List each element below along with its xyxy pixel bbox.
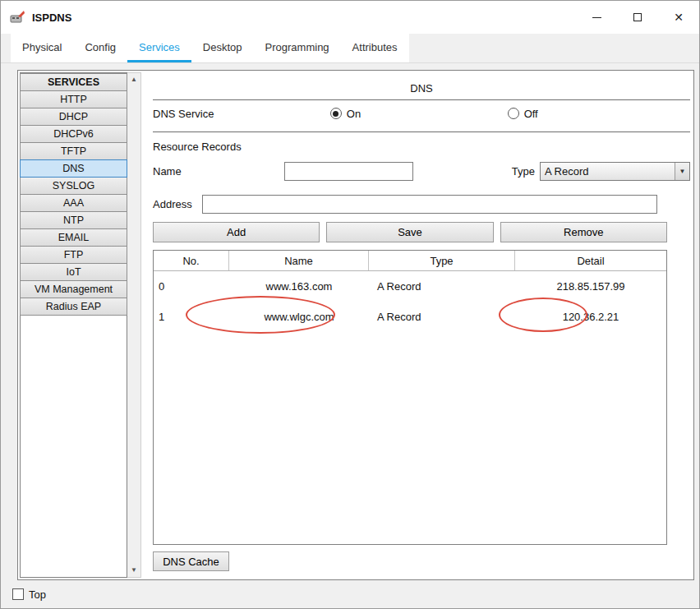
dns-service-off-radio[interactable] [508, 108, 519, 119]
record-actions: Add Save Remove [153, 222, 667, 242]
table-row[interactable]: 1 www.wlgc.com A Record 120.36.2.21 [154, 302, 666, 332]
scroll-up-icon[interactable]: ▲ [127, 74, 140, 85]
record-type: A Record [369, 311, 515, 323]
dns-service-off-label: Off [524, 108, 538, 120]
sidebar-item-aaa[interactable]: AAA [20, 194, 127, 212]
record-detail: 218.85.157.99 [515, 280, 666, 293]
chevron-down-icon[interactable]: ▼ [675, 163, 689, 180]
sidebar-item-email[interactable]: EMAIL [20, 228, 127, 247]
record-type-value: A Record [545, 165, 588, 178]
sidebar-item-radius-eap[interactable]: Radius EAP [20, 298, 127, 316]
tab-bar: Physical Config Services Desktop Program… [1, 34, 699, 63]
column-header-name[interactable]: Name [229, 251, 369, 270]
content-panel: SERVICES HTTP DHCP DHCPv6 TFTP DNS SYSLO… [17, 70, 694, 580]
sidebar-item-iot[interactable]: IoT [20, 263, 127, 281]
dns-service-row: DNS Service On Off [153, 100, 690, 127]
type-label: Type [512, 165, 535, 178]
address-input[interactable] [202, 195, 657, 214]
tab-services[interactable]: Services [127, 34, 191, 62]
minimize-button[interactable] [576, 1, 617, 34]
footer: Top [1, 580, 699, 608]
sidebar-item-dns[interactable]: DNS [20, 159, 127, 178]
column-header-type[interactable]: Type [369, 251, 515, 270]
packet-tracer-window: ISPDNS ✕ Physical Config Services Deskto… [0, 0, 700, 609]
name-input[interactable] [284, 162, 413, 181]
record-name: www.163.com [229, 280, 369, 293]
top-checkbox-label: Top [29, 588, 46, 601]
scroll-down-icon[interactable]: ▼ [127, 565, 140, 576]
dns-records-table[interactable]: No. Name Type Detail 0 www.163.com A Rec… [153, 250, 667, 545]
record-no: 1 [154, 311, 229, 323]
sidebar-item-http[interactable]: HTTP [20, 90, 127, 108]
tab-desktop[interactable]: Desktop [191, 34, 254, 62]
close-button[interactable]: ✕ [658, 1, 699, 34]
sidebar-item-syslog[interactable]: SYSLOG [20, 177, 127, 195]
window-title: ISPDNS [32, 12, 71, 24]
record-detail: 120.36.2.21 [515, 311, 666, 323]
tab-config[interactable]: Config [73, 34, 127, 62]
tab-programming[interactable]: Programming [254, 34, 341, 62]
record-name: www.wlgc.com [229, 311, 369, 323]
dns-service-on-label: On [347, 108, 361, 120]
app-icon [9, 9, 25, 25]
tab-attributes[interactable]: Attributes [341, 34, 409, 62]
sidebar-item-vm-management[interactable]: VM Management [20, 280, 127, 298]
sidebar-item-tftp[interactable]: TFTP [20, 142, 127, 160]
resource-records-label: Resource Records [153, 141, 690, 153]
dns-cache-button[interactable]: DNS Cache [153, 551, 229, 571]
add-button[interactable]: Add [153, 222, 320, 242]
record-type: A Record [369, 280, 515, 293]
remove-button[interactable]: Remove [500, 222, 667, 242]
sidebar-item-dhcp[interactable]: DHCP [20, 108, 127, 126]
sidebar-scrollbar[interactable]: ▲ ▼ [127, 72, 141, 578]
name-label: Name [153, 165, 284, 178]
address-label: Address [153, 198, 202, 210]
sidebar-item-ntp[interactable]: NTP [20, 211, 127, 229]
tab-physical[interactable]: Physical [11, 34, 73, 62]
dns-config-panel: DNS DNS Service On Off Resource Records … [153, 72, 692, 578]
record-type-select[interactable]: A Record ▼ [540, 162, 690, 181]
type-group: Type A Record ▼ [512, 162, 690, 181]
sidebar: SERVICES HTTP DHCP DHCPv6 TFTP DNS SYSLO… [20, 72, 141, 578]
save-button[interactable]: Save [326, 222, 493, 242]
column-header-detail[interactable]: Detail [515, 251, 666, 270]
table-row[interactable]: 0 www.163.com A Record 218.85.157.99 [154, 271, 666, 302]
column-header-no[interactable]: No. [154, 251, 229, 270]
dns-service-on-option[interactable]: On [330, 108, 508, 120]
close-icon: ✕ [674, 11, 684, 24]
cache-row: DNS Cache [153, 551, 690, 571]
titlebar: ISPDNS ✕ [1, 1, 699, 34]
page-title: DNS [153, 82, 690, 95]
name-row: Name Type A Record ▼ [153, 161, 690, 181]
services-list: SERVICES HTTP DHCP DHCPv6 TFTP DNS SYSLO… [20, 72, 127, 578]
sidebar-item-dhcpv6[interactable]: DHCPv6 [20, 125, 127, 143]
top-checkbox[interactable] [12, 588, 24, 600]
dns-service-on-radio[interactable] [330, 108, 342, 119]
sidebar-item-ftp[interactable]: FTP [20, 246, 127, 264]
sidebar-header-services: SERVICES [20, 73, 127, 91]
minimize-icon [592, 17, 601, 18]
dns-service-off-option[interactable]: Off [508, 108, 685, 120]
address-row: Address [153, 194, 690, 214]
table-header: No. Name Type Detail [154, 251, 666, 271]
maximize-button[interactable] [617, 1, 658, 34]
record-no: 0 [154, 280, 229, 293]
maximize-icon [633, 13, 642, 21]
window-controls: ✕ [576, 1, 699, 34]
divider [153, 131, 690, 132]
dns-service-label: DNS Service [153, 108, 330, 120]
